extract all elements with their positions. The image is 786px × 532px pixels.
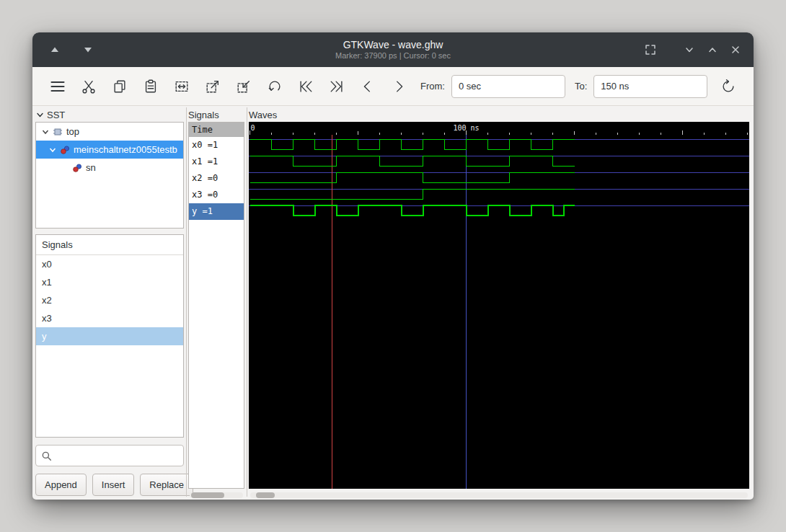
list-item-x1[interactable]: x1 — [36, 273, 183, 291]
cut-icon[interactable] — [76, 74, 101, 99]
tree-node-top[interactable]: top — [36, 123, 183, 141]
append-button[interactable]: Append — [35, 474, 87, 496]
signal-names-list: Time x0 =1 x1 =1 x2 =0 x3 =0 y =1 — [188, 122, 244, 489]
to-input[interactable] — [593, 75, 707, 98]
waves-panel: Waves 0100 ns — [249, 107, 751, 500]
shade-down-icon[interactable] — [79, 40, 97, 59]
tree-node-testbench[interactable]: meinschaltnetz0055testb — [36, 141, 183, 159]
waves-panel-label: Waves — [249, 107, 749, 122]
names-hscrollbar-thumb[interactable] — [191, 492, 224, 498]
signals-panel-label: Signals — [188, 107, 244, 122]
sst-header[interactable]: SST — [35, 107, 184, 122]
wave-hscrollbar[interactable] — [250, 492, 748, 498]
signals-chooser-frame: Signals x0 x1 x2 x3 y — [35, 234, 184, 438]
list-item-x0[interactable]: x0 — [36, 255, 183, 273]
from-label: From: — [420, 81, 445, 92]
copy-icon[interactable] — [107, 74, 132, 99]
tree-node-sn[interactable]: sn — [36, 159, 183, 177]
titlebar[interactable]: GTKWave - wave.ghw Marker: 37900 ps | Cu… — [32, 32, 754, 67]
window-title: GTKWave - wave.ghw — [343, 39, 443, 50]
reload-icon[interactable] — [716, 74, 741, 99]
skip-to-end-icon[interactable] — [324, 74, 349, 99]
step-forward-icon[interactable] — [387, 74, 411, 99]
list-item-y[interactable]: y — [36, 327, 183, 345]
window-status: Marker: 37900 ps | Cursor: 0 sec — [335, 51, 451, 61]
tree-node-label: top — [66, 126, 79, 137]
paste-icon[interactable] — [138, 74, 163, 99]
zoom-in-icon[interactable] — [200, 74, 225, 99]
skip-to-start-icon[interactable] — [293, 74, 318, 99]
signals-chooser-header: Signals — [36, 235, 183, 255]
sst-header-label: SST — [47, 110, 65, 120]
zoom-fit-icon[interactable] — [169, 74, 194, 99]
signal-names-panel: Signals Time x0 =1 x1 =1 x2 =0 x3 =0 y =… — [188, 107, 244, 500]
list-item-x3[interactable]: x3 — [36, 309, 183, 327]
zoom-out-icon[interactable] — [231, 74, 256, 99]
expander-icon[interactable] — [42, 128, 49, 136]
wave-canvas[interactable]: 0100 ns — [249, 122, 749, 489]
wave-hscrollbar-thumb[interactable] — [256, 492, 275, 498]
insert-button[interactable]: Insert — [92, 474, 135, 496]
module-icon — [53, 127, 63, 137]
sst-panel: SST top — [35, 107, 184, 500]
names-hscrollbar[interactable] — [190, 492, 243, 498]
menu-icon[interactable] — [45, 74, 70, 99]
close-icon[interactable] — [726, 40, 745, 59]
signal-search-input[interactable] — [56, 450, 178, 462]
signal-search-box[interactable] — [35, 445, 184, 466]
list-item-x2[interactable]: x2 — [36, 291, 183, 309]
instance-icon — [72, 163, 82, 173]
tree-node-label: meinschaltnetz0055testb — [74, 144, 177, 155]
svg-text:0: 0 — [251, 124, 255, 132]
step-back-icon[interactable] — [356, 74, 380, 99]
signal-row-x1[interactable]: x1 =1 — [189, 154, 244, 170]
signal-row-x2[interactable]: x2 =0 — [189, 170, 244, 187]
from-input[interactable] — [451, 75, 565, 98]
minimize-icon[interactable] — [680, 40, 699, 59]
to-label: To: — [575, 81, 587, 92]
time-header: Time — [189, 123, 244, 137]
expander-icon[interactable] — [49, 146, 56, 154]
instance-icon — [60, 145, 70, 155]
collapse-chevron-icon — [36, 111, 44, 119]
svg-text:100 ns: 100 ns — [453, 124, 479, 132]
undo-icon[interactable] — [262, 74, 287, 99]
search-icon — [41, 451, 52, 461]
signal-row-y[interactable]: y =1 — [189, 203, 244, 220]
signal-row-x0[interactable]: x0 =1 — [189, 137, 244, 154]
sst-tree: top meinschaltnetz0055testb sn — [35, 122, 184, 229]
toolbar: From: To: — [32, 67, 754, 106]
signal-row-x3[interactable]: x3 =0 — [189, 187, 244, 203]
gtkwave-window: GTKWave - wave.ghw Marker: 37900 ps | Cu… — [32, 32, 754, 500]
left-splitter[interactable] — [184, 107, 188, 500]
chooser-buttons: Append Insert Replace — [35, 474, 184, 500]
main-area: SST top — [32, 106, 754, 500]
fullscreen-icon[interactable] — [641, 40, 660, 59]
maximize-icon[interactable] — [703, 40, 722, 59]
signals-chooser-list: x0 x1 x2 x3 y — [36, 255, 183, 345]
tree-node-label: sn — [86, 162, 96, 173]
shade-up-icon[interactable] — [45, 40, 64, 59]
